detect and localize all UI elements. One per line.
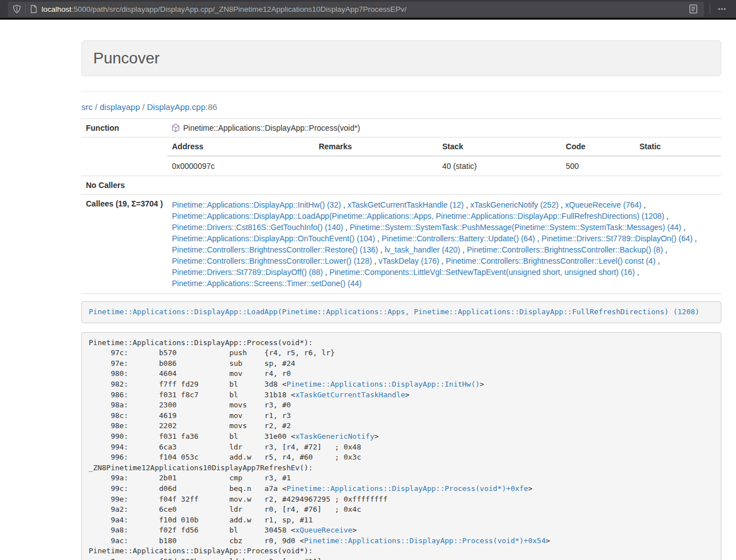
callee-separator: , <box>464 200 470 209</box>
url-bar[interactable]: localhost:5000/path/src/displayapp/Displ… <box>8 2 704 17</box>
callee-link[interactable]: Pinetime::Applications::DisplayApp::Load… <box>172 212 664 221</box>
callee-link[interactable]: Pinetime::Controllers::BrightnessControl… <box>172 256 372 265</box>
reader-mode-icon[interactable] <box>687 3 700 15</box>
callee-separator: , <box>642 200 646 209</box>
callees-row: Callees (19, Σ=3704 ) Pinetime::Applicat… <box>81 195 721 294</box>
callee-link[interactable]: Pinetime::Drivers::St7789::DisplayOn() (… <box>542 234 693 243</box>
code-value: 500 <box>561 156 635 176</box>
remarks-value <box>314 156 438 176</box>
loadapp-snippet: Pinetime::Applications::DisplayApp::Load… <box>81 301 721 323</box>
callee-link[interactable]: Pinetime::Components::LittleVgl::SetNewT… <box>330 268 635 277</box>
callee-separator: , <box>635 268 639 277</box>
symbol-link[interactable]: Pinetime::Applications::DisplayApp::Proc… <box>304 536 546 545</box>
column-address: Address <box>167 137 314 156</box>
callee-link[interactable]: vTaskDelay (176) <box>378 256 439 265</box>
function-detail-row: Address Remarks Stack Code Static 0x0000… <box>81 137 721 176</box>
callee-link[interactable]: xQueueReceive (764) <box>565 200 642 209</box>
disassembly-code: Pinetime::Applications::DisplayApp::Proc… <box>81 332 721 560</box>
callee-link[interactable]: Pinetime::Drivers::St7789::DisplayOff() … <box>172 268 323 277</box>
callee-separator: , <box>378 245 385 254</box>
breadcrumb-separator: / <box>93 102 100 112</box>
callee-link[interactable]: Pinetime::Controllers::BrightnessControl… <box>172 245 378 254</box>
no-callers-row: No Callers <box>81 176 721 195</box>
page-content: Puncover src / displayapp / DisplayApp.c… <box>81 40 721 560</box>
callee-link[interactable]: Pinetime::Controllers::BrightnessControl… <box>446 256 655 265</box>
symbol-cube-icon <box>172 123 180 132</box>
callee-separator: , <box>656 256 660 265</box>
overflow-menu-button[interactable] <box>716 3 728 15</box>
callee-separator: , <box>375 234 382 243</box>
urlbar-divider <box>25 4 26 14</box>
loadapp-snippet-link[interactable]: Pinetime::Applications::DisplayApp::Load… <box>89 307 700 316</box>
callee-separator: , <box>681 223 685 232</box>
callee-separator: , <box>559 200 565 209</box>
callee-separator: , <box>664 212 669 221</box>
ellipsis-icon <box>717 4 727 14</box>
symbol-link[interactable]: Pinetime::Applications::DisplayApp::Init… <box>286 380 479 388</box>
breadcrumb-link[interactable]: src <box>81 102 93 112</box>
symbol-link[interactable]: xTaskGetCurrentTaskHandle <box>295 391 405 399</box>
callees-label: Callees (19, Σ=3704 ) <box>81 195 167 294</box>
function-name: Pinetime::Applications::DisplayApp::Proc… <box>183 123 360 132</box>
toolbar-divider <box>710 3 710 15</box>
callee-separator: , <box>535 234 542 243</box>
detail-header-row: Address Remarks Stack Code Static <box>167 137 721 156</box>
breadcrumb-separator: / <box>140 102 147 112</box>
function-row: Function Pinetime::Applications::Display… <box>81 119 721 137</box>
page-title: Puncover <box>93 49 710 67</box>
breadcrumb-link[interactable]: DisplayApp.cpp <box>147 102 205 112</box>
callee-link[interactable]: xTaskGetCurrentTaskHandle (12) <box>348 200 464 209</box>
tracking-protection-shield-icon[interactable] <box>12 4 21 13</box>
callee-separator: , <box>693 234 697 243</box>
callee-separator: , <box>439 256 446 265</box>
breadcrumb-link[interactable]: displayapp <box>100 102 140 112</box>
callee-link[interactable]: xTaskGenericNotify (252) <box>470 200 559 209</box>
callee-separator: , <box>460 245 467 254</box>
symbol-link[interactable]: xQueueReceive <box>295 526 353 534</box>
url-text[interactable]: localhost:5000/path/src/displayapp/Displ… <box>42 5 406 13</box>
symbol-link[interactable]: Pinetime::Applications::DisplayApp::Proc… <box>286 484 528 493</box>
app-header: Puncover <box>81 40 721 76</box>
callee-link[interactable]: Pinetime::Controllers::Battery::Update()… <box>382 234 535 243</box>
function-label: Function <box>81 119 167 137</box>
stack-value: 40 (static) <box>438 156 561 176</box>
browser-toolbar: localhost:5000/path/src/displayapp/Displ… <box>0 0 736 20</box>
no-callers-label: No Callers <box>81 176 167 195</box>
page-icon[interactable] <box>30 4 38 13</box>
callee-link[interactable]: Pinetime::Controllers::BrightnessControl… <box>467 245 662 254</box>
callee-separator: , <box>372 256 379 265</box>
breadcrumb: src / displayapp / DisplayApp.cpp:86 <box>81 102 721 112</box>
breadcrumb-line-number: :86 <box>205 102 217 112</box>
function-detail-table: Address Remarks Stack Code Static 0x0000… <box>167 137 721 176</box>
header-divider <box>81 91 721 92</box>
function-table: Function Pinetime::Applications::Display… <box>81 118 721 294</box>
callee-link[interactable]: Pinetime::Applications::DisplayApp::OnTo… <box>172 234 375 243</box>
callee-link[interactable]: Pinetime::Applications::DisplayApp::Init… <box>172 200 341 209</box>
callee-link[interactable]: lv_task_handler (420) <box>385 245 460 254</box>
callees-list: Pinetime::Applications::DisplayApp::Init… <box>167 195 721 294</box>
symbol-link[interactable]: xTaskGenericNotify <box>295 432 374 440</box>
callee-separator: , <box>343 223 350 232</box>
url-path: :5000/path/src/displayapp/DisplayApp.cpp… <box>71 5 406 13</box>
callee-link[interactable]: Pinetime::Applications::Screens::Timer::… <box>172 279 362 288</box>
column-stack: Stack <box>438 137 561 156</box>
address-value: 0x0000097c <box>167 156 314 176</box>
detail-value-row: 0x0000097c 40 (static) 500 <box>167 156 721 176</box>
url-host: localhost <box>42 5 71 13</box>
static-value <box>635 156 721 176</box>
column-static: Static <box>635 137 721 156</box>
column-code: Code <box>561 137 635 156</box>
callee-separator: , <box>341 200 348 209</box>
column-remarks: Remarks <box>314 137 438 156</box>
callee-link[interactable]: Pinetime::Drivers::Cst816S::GetTouchInfo… <box>172 223 343 232</box>
callee-link[interactable]: Pinetime::System::SystemTask::PushMessag… <box>350 223 682 232</box>
callee-separator: , <box>323 268 330 277</box>
callee-separator: , <box>663 245 668 254</box>
